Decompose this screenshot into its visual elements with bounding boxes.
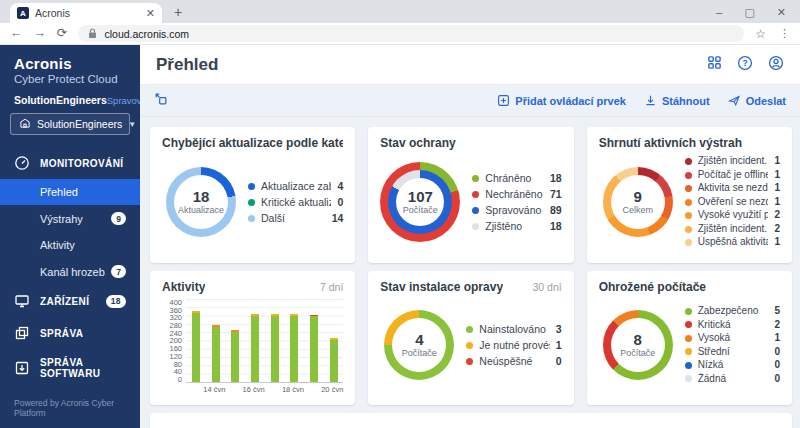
legend-dot — [685, 335, 692, 342]
window-maximize-button[interactable]: ▢ — [744, 2, 754, 22]
page-title: Přehled — [156, 55, 218, 75]
donut-center-label: Aktualizace — [178, 205, 224, 215]
url-input[interactable]: cloud.acronis.com — [78, 25, 744, 42]
help-icon[interactable]: ? — [737, 55, 753, 75]
legend-label: Chráněno — [485, 172, 544, 185]
widget-title: Stav instalace opravy — [380, 280, 503, 294]
donut-center-value: 107 — [408, 189, 433, 205]
sidebar-item-overview[interactable]: Přehled — [0, 179, 140, 205]
window-minimize-button[interactable]: – — [716, 2, 722, 22]
browser-tab[interactable]: A Acronis ✕ — [10, 3, 162, 23]
bar-slot — [304, 299, 324, 382]
back-icon[interactable]: ← — [10, 27, 23, 40]
browser-url-bar: ← → ⟳ cloud.acronis.com ☆ ⋮ — [0, 23, 800, 45]
legend-dot — [248, 183, 255, 190]
legend-item: Je nutné provést resta...1 — [466, 339, 561, 352]
legend-item: Další14 — [248, 212, 343, 225]
legend-dot — [685, 199, 692, 206]
page-header: Přehled ? — [140, 45, 800, 85]
bar — [290, 299, 298, 382]
bookmark-star-icon[interactable]: ☆ — [755, 27, 766, 41]
legend-dot — [685, 308, 692, 315]
new-tab-button[interactable]: + — [174, 2, 182, 22]
organization-selector[interactable]: SolutionEngineers ▼ — [10, 113, 130, 135]
expand-dashboard-icon[interactable] — [154, 92, 168, 110]
browser-menu-icon[interactable]: ⋮ — [779, 27, 790, 40]
sidebar-item-management[interactable]: SPRÁVA — [0, 317, 140, 349]
sidebar-item-activities[interactable]: Aktivity — [0, 232, 140, 258]
plus-square-icon — [497, 94, 510, 107]
legend-item: Žádná0 — [685, 373, 780, 386]
layers-icon — [14, 325, 30, 341]
chevron-down-icon: ▼ — [128, 120, 136, 129]
legend-item: Nainstalováno3 — [466, 323, 561, 336]
sidebar-item-label: Aktivity — [40, 239, 75, 251]
legend-value: 0 — [337, 196, 343, 209]
legend-dot — [466, 358, 473, 365]
legend-item: Zabezpečeno5 — [685, 305, 780, 318]
legend-dot — [472, 207, 479, 214]
donut-center-value: 4 — [415, 332, 423, 348]
apps-grid-icon[interactable] — [707, 55, 722, 74]
legend-dot — [248, 199, 255, 206]
widget-title: Shrnutí aktivních výstrah — [599, 136, 742, 150]
acronis-favicon-icon: A — [17, 7, 29, 19]
send-button[interactable]: Odeslat — [728, 94, 786, 107]
add-widget-button[interactable]: Přidat ovládací prvek — [497, 94, 626, 107]
legend: Chráněno18Nechráněno71Spravováno89Zjiště… — [472, 172, 561, 233]
logo-line1: Acronis — [14, 55, 126, 72]
donut-center-value: 8 — [633, 332, 641, 348]
y-tick: 400 — [162, 299, 182, 306]
account-name: SolutionEngineers — [14, 94, 107, 106]
legend-dot — [685, 239, 692, 246]
sidebar-item-devices[interactable]: ZAŘÍZENÍ 18 — [0, 285, 140, 317]
sidebar-item-monitoring[interactable]: MONITOROVÁNÍ — [0, 147, 140, 179]
account-icon[interactable] — [768, 55, 784, 75]
software-download-icon — [14, 360, 30, 376]
browser-tab-strip: A Acronis ✕ + – ▢ ✕ — [0, 0, 800, 23]
forward-icon[interactable]: → — [34, 27, 47, 40]
sidebar-item-software-management[interactable]: SPRÁVA SOFTWARU — [0, 349, 140, 387]
widget-vulnerable-machines: Ohrožené počítače 8 Počítače Zabezpečeno… — [587, 271, 792, 405]
legend-value: 71 — [550, 188, 562, 201]
bar-segment — [290, 316, 298, 382]
y-axis: 40036032028024020016012080400 — [162, 299, 182, 383]
legend-item: Ověření se nezdařilo1 — [685, 196, 780, 209]
send-icon — [728, 94, 741, 107]
sidebar-item-label: Kanál hrozeb — [40, 266, 105, 278]
bar-slot — [265, 299, 285, 382]
sidebar-item-alerts[interactable]: Výstrahy 9 — [0, 205, 140, 232]
refresh-icon[interactable]: ⟳ — [57, 27, 67, 40]
legend-item: Vysoké využití paměti2 — [685, 209, 780, 222]
tab-close-icon[interactable]: ✕ — [146, 8, 155, 19]
dashboard-toolbar: Přidat ovládací prvek Stáhnout Odeslat — [140, 85, 800, 117]
bar-slot — [245, 299, 265, 382]
legend: Zjištěn incident.1Počítač je offline víc… — [685, 155, 780, 249]
legend-item: Chráněno18 — [472, 172, 561, 185]
legend-value: 1 — [774, 169, 780, 182]
legend-value: 1 — [556, 339, 562, 352]
bar — [271, 299, 279, 382]
legend-dot — [685, 185, 692, 192]
donut-center-value: 18 — [193, 189, 210, 205]
legend-label: Zabezpečeno — [698, 305, 769, 318]
window-close-button[interactable]: ✕ — [777, 2, 786, 22]
legend-value: 18 — [550, 220, 562, 233]
donut-center-label: Počítače — [402, 348, 437, 358]
legend-dot — [685, 212, 692, 219]
bar-segment — [271, 316, 279, 382]
x-tick: 20 čvn — [321, 385, 343, 394]
svg-text:?: ? — [742, 58, 747, 68]
widget-title: Chybějící aktualizace podle kategorie — [162, 136, 343, 150]
donut-center-label: Počítače — [403, 205, 438, 215]
bar-slot — [284, 299, 304, 382]
legend-label: Střední — [698, 346, 769, 359]
legend-item: Zjištěn incident.1 — [685, 155, 780, 168]
sidebar-item-threat-feed[interactable]: Kanál hrozeb 7 — [0, 258, 140, 285]
sidebar-item-label: SPRÁVA SOFTWARU — [40, 357, 126, 379]
legend-value: 1 — [774, 182, 780, 195]
bar-slot — [225, 299, 245, 382]
y-tick: 0 — [162, 376, 182, 383]
sidebar-item-label: ZAŘÍZENÍ — [40, 296, 89, 307]
download-button[interactable]: Stáhnout — [644, 94, 710, 107]
